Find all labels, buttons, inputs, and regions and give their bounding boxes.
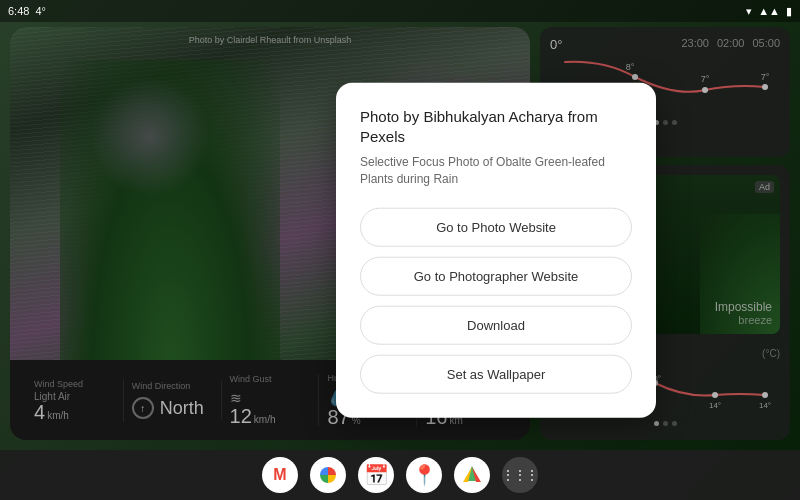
- taskbar: M 📅 📍 ⋮⋮⋮: [0, 450, 800, 500]
- modal-description: Selective Focus Photo of Obalte Green-le…: [360, 154, 632, 188]
- modal-title: Photo by Bibhukalyan Acharya from Pexels: [360, 107, 632, 146]
- photographer-website-button[interactable]: Go to Photographer Website: [360, 256, 632, 295]
- photo-website-button[interactable]: Go to Photo Website: [360, 207, 632, 246]
- maps-icon[interactable]: 📍: [406, 457, 442, 493]
- calendar-icon[interactable]: 📅: [358, 457, 394, 493]
- status-temp: 4°: [35, 5, 46, 17]
- status-bar: 6:48 4° ▾ ▲▲ ▮: [0, 0, 800, 22]
- apps-icon[interactable]: ⋮⋮⋮: [502, 457, 538, 493]
- set-wallpaper-button[interactable]: Set as Wallpaper: [360, 354, 632, 393]
- gmail-icon[interactable]: M: [262, 457, 298, 493]
- photo-modal: Photo by Bibhukalyan Acharya from Pexels…: [336, 83, 656, 418]
- status-time: 6:48: [8, 5, 29, 17]
- status-right: ▾ ▲▲ ▮: [746, 5, 792, 18]
- photos-icon[interactable]: [310, 457, 346, 493]
- status-left: 6:48 4°: [8, 5, 46, 17]
- drive-icon[interactable]: [454, 457, 490, 493]
- download-button[interactable]: Download: [360, 305, 632, 344]
- battery-icon: ▮: [786, 5, 792, 18]
- wifi-icon: ▾: [746, 5, 752, 18]
- signal-icon: ▲▲: [758, 5, 780, 17]
